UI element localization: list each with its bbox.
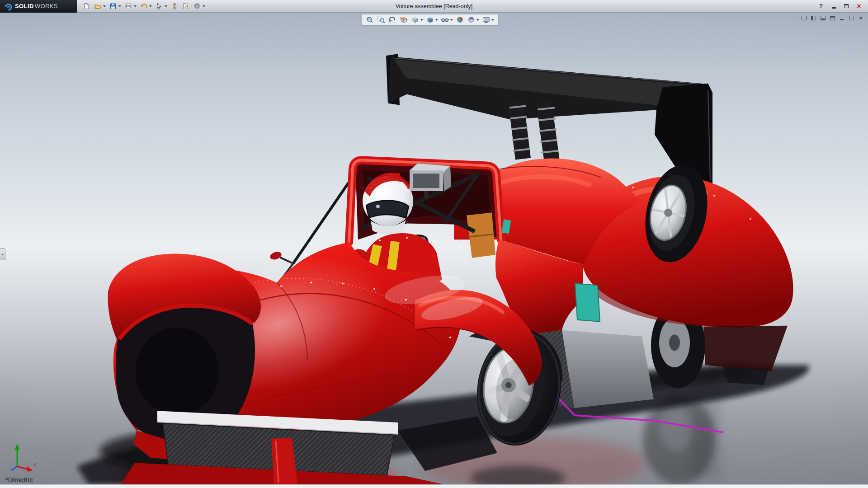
dropdown-caret-icon[interactable] [149, 5, 152, 7]
document-window-controls: × [800, 14, 864, 21]
minimize-button[interactable] [828, 2, 839, 10]
zoom-to-fit-icon [366, 16, 374, 23]
appearance-ball-icon [456, 16, 464, 23]
dropdown-caret-icon[interactable] [450, 19, 453, 21]
edit-appearance-button[interactable] [455, 16, 465, 23]
maximize-button[interactable] [841, 2, 852, 10]
document-close-button[interactable]: × [857, 14, 864, 21]
display-style-icon [426, 16, 434, 23]
dropdown-caret-icon[interactable] [491, 19, 494, 21]
heads-up-view-toolbar [361, 14, 499, 25]
save-floppy-icon [109, 2, 117, 10]
dropdown-caret-icon[interactable] [435, 19, 438, 21]
side-window-teal [575, 283, 600, 321]
view-settings-button[interactable] [481, 16, 495, 23]
x-axis [17, 466, 28, 469]
title-bar: SOLID WORKS [0, 0, 868, 13]
minimize-icon [832, 7, 836, 9]
brand-name-bold: SOLID [15, 3, 34, 9]
dropdown-caret-icon[interactable] [103, 5, 106, 7]
previous-view-button[interactable] [387, 16, 398, 23]
help-button[interactable]: ? [816, 2, 826, 10]
window-controls: ? × [816, 2, 868, 10]
maximize-icon [844, 4, 849, 8]
document-restore-button[interactable] [848, 14, 855, 21]
z-axis [11, 466, 17, 470]
new-document-icon [82, 2, 90, 10]
pane-icon [830, 16, 835, 20]
graphics-viewport[interactable]: × ◂ x *Dimetric [0, 13, 868, 484]
dropdown-caret-icon[interactable] [165, 5, 167, 7]
rebuild-button[interactable] [170, 2, 179, 10]
options-gear-icon [193, 2, 201, 10]
save-button[interactable] [108, 2, 122, 10]
zoom-to-fit-button[interactable] [365, 16, 375, 23]
x-axis-label: x [33, 461, 37, 468]
section-view-icon [400, 16, 408, 23]
apply-scene-button[interactable] [466, 16, 480, 23]
undo-arrow-icon [140, 2, 148, 10]
zoom-to-area-button[interactable] [376, 16, 387, 23]
previous-view-icon [388, 16, 397, 23]
dropdown-caret-icon[interactable] [118, 5, 121, 7]
brand-name-light: WORKS [35, 3, 58, 9]
orientation-triad: x [4, 438, 40, 474]
select-button[interactable] [154, 2, 168, 10]
print-icon [124, 2, 132, 10]
pane-icon [811, 16, 816, 20]
pane-icon-4[interactable] [829, 14, 836, 21]
pane-icon [802, 16, 807, 20]
apply-scene-icon [467, 16, 476, 23]
pane-icon-1[interactable] [800, 14, 807, 21]
new-button[interactable] [81, 2, 91, 10]
dropdown-caret-icon[interactable] [203, 5, 205, 7]
rebuild-stoplight-icon [170, 2, 179, 10]
3ds-swirl-icon [4, 2, 13, 11]
zoom-to-area-icon [377, 16, 386, 23]
dropdown-caret-icon[interactable] [420, 19, 423, 21]
hide-show-items-button[interactable] [440, 16, 454, 23]
dropdown-caret-icon[interactable] [134, 5, 137, 7]
status-bar [0, 484, 868, 488]
file-properties-button[interactable] [181, 2, 191, 10]
3d-model-race-car[interactable] [0, 13, 868, 484]
main-toolbar [81, 2, 206, 10]
document-minimize-button[interactable] [838, 14, 845, 21]
select-cursor-icon [155, 2, 163, 10]
restore-icon [849, 16, 854, 20]
open-folder-icon [94, 2, 102, 10]
options-button[interactable] [192, 2, 206, 10]
print-button[interactable] [123, 2, 137, 10]
open-button[interactable] [93, 2, 107, 10]
solidworks-logo: SOLID WORKS [0, 0, 77, 13]
dropdown-caret-icon[interactable] [476, 19, 479, 21]
view-orientation-button[interactable] [410, 16, 424, 23]
view-orientation-cube-icon [411, 16, 420, 23]
display-style-button[interactable] [425, 16, 439, 23]
view-orientation-label: *Dimetric [5, 476, 33, 483]
pane-icon [821, 16, 826, 20]
file-properties-icon [182, 2, 190, 10]
section-view-button[interactable] [399, 16, 409, 23]
minimize-icon [840, 19, 844, 20]
view-settings-icon [482, 16, 491, 23]
pane-icon-3[interactable] [819, 14, 826, 21]
close-button[interactable]: × [854, 2, 864, 10]
undo-button[interactable] [139, 2, 153, 10]
pane-icon-2[interactable] [810, 14, 817, 21]
feature-manager-collapsed-tab[interactable]: ◂ [0, 248, 5, 260]
hide-show-glasses-icon [441, 16, 449, 23]
